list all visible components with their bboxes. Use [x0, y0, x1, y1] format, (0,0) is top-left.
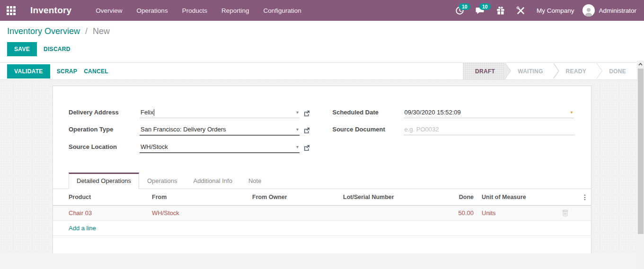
source-document-input[interactable]	[405, 125, 573, 135]
breadcrumb-parent-link[interactable]: Inventory Overview	[7, 26, 80, 36]
source-document-field-wrap	[404, 125, 574, 135]
menu-reporting[interactable]: Reporting	[216, 1, 255, 20]
cell-from[interactable]: WH/Stock	[136, 206, 237, 221]
tab-operations[interactable]: Operations	[139, 173, 185, 189]
user-name: Administrator	[599, 7, 636, 14]
add-line-row: Add a line	[53, 221, 591, 236]
status-step-ready[interactable]: READY	[554, 63, 597, 79]
scheduled-date-field[interactable]: 09/30/2020 15:52:09 ▾	[404, 108, 574, 118]
form-view-background: Delivery Address Felix ▾ Operation Type	[0, 80, 644, 253]
col-header-lot-serial[interactable]: Lot/Serial Number	[327, 189, 436, 206]
scrollbar-thumb[interactable]	[638, 69, 644, 234]
operation-type-dropdown-icon[interactable]: ▾	[292, 127, 299, 132]
control-panel: Inventory Overview / New SAVE DISCARD	[0, 21, 644, 63]
optional-columns-icon[interactable]: ⋮	[547, 189, 591, 206]
cell-done[interactable]: 50.00	[436, 206, 476, 221]
apps-menu-button[interactable]	[0, 0, 22, 21]
form-sheet: Delivery Address Felix ▾ Operation Type	[53, 86, 591, 253]
activity-count-badge: 10	[459, 3, 470, 10]
source-location-label: Source Location	[69, 142, 140, 150]
table-row[interactable]: Chair 03 WH/Stock 50.00 Units	[53, 206, 591, 221]
cell-lot-serial[interactable]	[327, 206, 436, 221]
menu-products[interactable]: Products	[177, 1, 212, 20]
operation-type-label: Operation Type	[69, 125, 140, 133]
gift-button[interactable]	[492, 2, 510, 19]
systray: 10 10 My Company Administrator	[450, 2, 636, 19]
apps-grid-icon	[7, 6, 16, 15]
menu-configuration[interactable]: Configuration	[258, 1, 306, 20]
save-button[interactable]: SAVE	[7, 42, 37, 56]
scheduled-date-dropdown-icon[interactable]: ▾	[566, 110, 573, 115]
debug-tools-button[interactable]	[512, 2, 530, 19]
tab-note[interactable]: Note	[240, 173, 269, 189]
source-document-label: Source Document	[333, 125, 404, 133]
breadcrumb-separator: /	[85, 26, 88, 36]
status-step-draft[interactable]: DRAFT	[463, 63, 505, 79]
main-menu: Overview Operations Products Reporting C…	[90, 1, 306, 20]
delivery-address-external-link-icon[interactable]	[304, 110, 310, 116]
top-navbar: Inventory Overview Operations Products R…	[0, 0, 644, 21]
gift-icon	[496, 6, 505, 15]
delete-row-icon[interactable]	[562, 209, 589, 217]
col-header-done[interactable]: Done	[436, 189, 476, 206]
delivery-address-label: Delivery Address	[69, 108, 140, 116]
cell-uom[interactable]: Units	[476, 206, 547, 221]
col-header-from-owner[interactable]: From Owner	[237, 189, 327, 206]
user-avatar	[582, 4, 595, 17]
record-statusbar: VALIDATE SCRAP CANCEL DRAFT WAITING READ…	[0, 63, 644, 80]
scroll-up-arrow-icon[interactable]	[637, 61, 644, 68]
status-step-done[interactable]: DONE	[597, 63, 636, 79]
scheduled-date-label: Scheduled Date	[333, 108, 404, 116]
messages-button[interactable]: 10	[471, 2, 490, 19]
user-menu[interactable]: Administrator	[582, 4, 636, 17]
breadcrumb: Inventory Overview / New	[7, 26, 637, 36]
col-header-from[interactable]: From	[136, 189, 237, 206]
delivery-address-dropdown-icon[interactable]: ▾	[292, 110, 299, 115]
source-location-dropdown-icon[interactable]: ▾	[292, 144, 299, 149]
message-count-badge: 10	[479, 3, 491, 10]
cell-from-owner[interactable]	[237, 206, 327, 221]
tab-additional-info[interactable]: Additional Info	[185, 173, 240, 189]
operation-type-field[interactable]: San Francisco: Delivery Orders ▾	[140, 125, 300, 136]
source-location-external-link-icon[interactable]	[304, 145, 310, 151]
col-header-product[interactable]: Product	[53, 189, 136, 206]
cancel-button[interactable]: CANCEL	[84, 68, 108, 75]
form-action-buttons: SAVE DISCARD	[7, 42, 637, 56]
company-switcher[interactable]: My Company	[532, 7, 581, 14]
scrap-button[interactable]: SCRAP	[57, 68, 78, 75]
wrench-screwdriver-icon	[516, 6, 525, 15]
operation-type-external-link-icon[interactable]	[304, 127, 310, 133]
menu-overview[interactable]: Overview	[90, 1, 127, 20]
cell-product[interactable]: Chair 03	[53, 206, 136, 221]
detailed-operations-table: Product From From Owner Lot/Serial Numbe…	[53, 189, 591, 236]
status-step-waiting[interactable]: WAITING	[505, 63, 553, 79]
col-header-uom[interactable]: Unit of Measure	[476, 189, 547, 206]
app-title: Inventory	[30, 5, 71, 16]
vertical-scrollbar[interactable]	[637, 61, 644, 269]
tab-detailed-operations[interactable]: Detailed Operations	[69, 173, 139, 189]
menu-operations[interactable]: Operations	[132, 1, 173, 20]
status-pipeline: DRAFT WAITING READY DONE	[463, 63, 636, 79]
validate-button[interactable]: VALIDATE	[7, 64, 50, 78]
notebook-tabs: Detailed Operations Operations Additiona…	[53, 172, 591, 189]
text-cursor	[154, 109, 154, 116]
activities-button[interactable]: 10	[450, 2, 469, 19]
breadcrumb-current: New	[93, 26, 110, 36]
source-location-field[interactable]: WH/Stock ▾	[140, 142, 300, 153]
delivery-address-field[interactable]: Felix ▾	[140, 108, 300, 118]
add-a-line-link[interactable]: Add a line	[69, 225, 96, 232]
table-header-row: Product From From Owner Lot/Serial Numbe…	[53, 189, 591, 206]
discard-button[interactable]: DISCARD	[44, 46, 71, 52]
